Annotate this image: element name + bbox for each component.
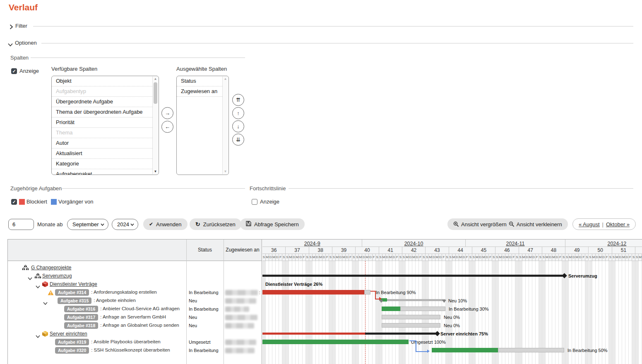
gantt-month-link[interactable]: 2024-12	[607, 241, 626, 247]
zoom-out-button[interactable]: Ansicht verkleinern	[509, 221, 562, 228]
gantt-day-cell: F	[629, 254, 632, 261]
selected-columns-listbox[interactable]: StatusZugewiesen an ▲ ▼	[176, 76, 229, 175]
zoom-in-button[interactable]: Ansicht vergrößern	[453, 221, 507, 228]
scroll-down-icon[interactable]: ▼	[223, 169, 228, 174]
available-column-option[interactable]: Aufgabenpaket	[52, 169, 157, 175]
gantt-day-cell: F	[606, 254, 609, 261]
move-column-top-button[interactable]: ⇈	[232, 94, 244, 106]
project-link[interactable]: Serverumzug	[42, 273, 72, 279]
gantt-task-bar[interactable]	[364, 290, 370, 295]
gantt-task-bar[interactable]	[382, 307, 400, 311]
available-column-option[interactable]: Aktualisiert	[52, 148, 157, 159]
gantt-month-link[interactable]: 2024-11	[506, 241, 525, 247]
gantt-task-bar[interactable]	[432, 348, 498, 352]
scroll-down-icon[interactable]: ▼	[153, 169, 158, 174]
available-column-option[interactable]: Aufgabentyp	[52, 86, 157, 97]
scrollbar-thumb[interactable]	[154, 82, 157, 104]
gantt-month-link[interactable]: 2024-9	[304, 241, 320, 247]
gantt-task-bar[interactable]	[382, 323, 440, 328]
gantt-day-cell: S	[635, 254, 639, 261]
gantt-parent-bar[interactable]	[262, 333, 365, 335]
months-count-input[interactable]: 6	[8, 219, 34, 230]
gantt-parent-bar[interactable]	[365, 333, 435, 335]
save-icon	[246, 221, 251, 228]
gantt-week-cell: 36	[262, 247, 286, 254]
prev-month-link[interactable]: « August	[579, 221, 600, 228]
gantt-task-bar[interactable]	[400, 307, 445, 311]
task-id-badge[interactable]: Aufgabe #318	[64, 322, 98, 329]
filter-toggle[interactable]: Filter	[15, 23, 27, 29]
task-id-badge[interactable]: Aufgabe #320	[55, 347, 89, 354]
move-column-up-button[interactable]: ↑	[232, 107, 244, 119]
reset-button[interactable]: ↻ Zurücksetzen	[190, 218, 241, 230]
selected-column-option[interactable]: Status	[177, 76, 227, 86]
gantt-day-cell: M	[406, 254, 409, 261]
gantt-month-cell: 2024-9	[262, 239, 362, 247]
scroll-up-icon[interactable]: ▲	[223, 77, 228, 81]
move-column-left-button[interactable]: ←	[161, 121, 173, 133]
available-column-option[interactable]: Autor	[52, 138, 157, 148]
task-subject[interactable]: : Anbieter Cloud-Service AG anfragen	[100, 306, 180, 311]
gantt-day-cell: S	[262, 254, 266, 261]
gantt-task-bar[interactable]	[382, 315, 440, 319]
move-column-right-button[interactable]: →	[161, 107, 173, 119]
task-subject[interactable]: : Anforderungskatalog erstellen	[91, 290, 157, 295]
available-column-option[interactable]: Thema	[52, 128, 157, 138]
available-columns-scrollbar[interactable]: ▲ ▼	[152, 77, 158, 174]
gantt-parent-task-bar[interactable]	[379, 299, 445, 301]
available-column-option[interactable]: Objekt	[52, 76, 157, 86]
project-link[interactable]: G Changeprojekte	[31, 265, 71, 271]
gantt-day-column	[629, 261, 632, 364]
task-subject[interactable]: : Angebote einholen	[94, 298, 136, 303]
version-link[interactable]: Dienstleister Verträge	[50, 281, 97, 287]
available-column-option[interactable]: Priorität	[52, 117, 157, 128]
available-columns-listbox[interactable]: ObjektAufgabentypÜbergeordnete AufgabeTh…	[51, 76, 159, 175]
selected-column-option[interactable]: Zugewiesen an	[177, 86, 227, 97]
task-id-badge[interactable]: Aufgabe #319	[55, 339, 89, 345]
version-link[interactable]: Server einrichten	[50, 331, 87, 337]
progress-display-checkbox[interactable]	[252, 199, 257, 205]
task-subject[interactable]: : Ansible Playbooks überarbeiten	[91, 339, 161, 344]
gantt-day-cell: D	[392, 254, 396, 261]
save-query-button[interactable]: Abfrage Speichern	[240, 218, 305, 230]
gantt-day-column	[616, 261, 619, 364]
task-id-badge[interactable]: Aufgabe #315	[58, 297, 91, 304]
task-subject[interactable]: : Anfrage an Globalnet Group senden	[100, 323, 179, 328]
gantt-day-cell: S	[446, 254, 449, 261]
gantt-task-bar[interactable]	[262, 290, 364, 295]
month-select[interactable]: September	[67, 219, 108, 230]
available-column-option[interactable]: Thema der übergeordneten Aufgabe	[52, 107, 157, 117]
apply-button[interactable]: ✔ Anwenden	[143, 218, 188, 230]
task-id-badge[interactable]: Aufgabe #316	[64, 306, 98, 312]
gantt-parent-bar[interactable]	[262, 275, 563, 277]
gantt-day-cell: M	[452, 254, 456, 261]
gantt-task-bar[interactable]	[262, 340, 409, 344]
columns-display-checkbox[interactable]: ✓	[11, 68, 17, 74]
next-month-link[interactable]: Oktober »	[606, 221, 630, 228]
related-blocked-checkbox[interactable]: ✓	[11, 199, 17, 205]
year-select[interactable]: 2024	[112, 219, 138, 230]
gantt-task-bar[interactable]	[498, 348, 564, 352]
task-subject[interactable]: : SSH Schlüsselkonzept überarbeiten	[91, 347, 170, 352]
scroll-up-icon[interactable]: ▲	[153, 77, 158, 81]
selected-columns-scrollbar[interactable]: ▲ ▼	[222, 77, 228, 174]
gantt-day-cell: F	[582, 254, 585, 261]
move-column-down-button[interactable]: ↓	[232, 120, 244, 132]
gantt-day-cell: M	[319, 254, 322, 261]
available-column-option[interactable]: Kategorie	[52, 159, 157, 169]
gantt-day-cell: D	[346, 254, 349, 261]
task-id-badge[interactable]: Aufgabe #314	[55, 289, 89, 296]
gantt-month-link[interactable]: 2024-10	[404, 241, 423, 247]
task-id-badge[interactable]: Aufgabe #317	[64, 314, 98, 321]
gantt-day-cell: F	[303, 254, 306, 261]
months-label: Monate ab	[37, 221, 63, 228]
available-column-option[interactable]: Übergeordnete Aufgabe	[52, 97, 157, 107]
move-column-bottom-button[interactable]: ⇊	[232, 134, 244, 146]
projects-icon	[34, 273, 41, 280]
zoom-group: Ansicht vergrößern Ansicht verkleinern	[447, 218, 568, 230]
filter-divider	[33, 26, 633, 26]
task-subject[interactable]: : Anfrage an Serverfarm GmbH	[100, 314, 166, 319]
options-toggle[interactable]: Optionen	[15, 40, 37, 46]
gantt-day-cell: S	[562, 254, 565, 261]
gantt-day-cell: S	[515, 254, 519, 261]
